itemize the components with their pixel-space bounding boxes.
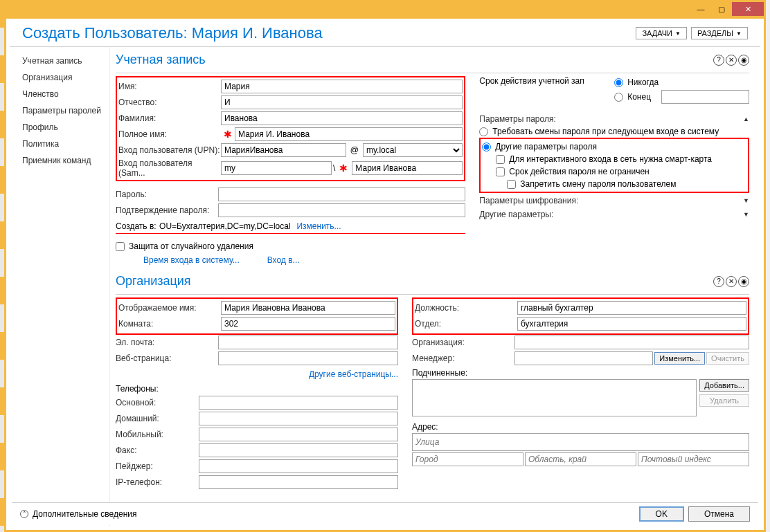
help-icon[interactable]: ? [713, 55, 724, 66]
maximize-button[interactable]: ▢ [711, 2, 732, 16]
expiry-never-radio[interactable] [614, 78, 623, 87]
sidebar-item-cmd[interactable]: Приемник команд [10, 152, 109, 169]
close-button[interactable]: ✕ [732, 2, 764, 16]
organization-field[interactable] [514, 336, 749, 349]
city-field[interactable] [412, 452, 523, 466]
dialog-header: Создать Пользователь: Мария И. Иванова З… [10, 19, 760, 47]
account-title: Учетная запись [116, 53, 206, 67]
password-field[interactable] [218, 187, 465, 201]
department-field[interactable] [517, 317, 746, 331]
titlebar: — ▢ ✕ [6, 2, 764, 19]
phone-main-field[interactable] [199, 396, 398, 410]
account-columns: Имя: Отчество: Фамилия: Полное имя:✱ Вхо… [116, 76, 749, 268]
main-window: — ▢ ✕ Создать Пользователь: Мария И. Ива… [4, 0, 766, 532]
middle-name-field[interactable] [221, 95, 463, 109]
backslash: \ [333, 163, 335, 173]
dialog-footer: ˄ Дополнительные сведения OK Отмена [12, 502, 758, 524]
expand-down-icon[interactable]: ▼ [743, 197, 749, 204]
protect-delete-checkbox[interactable] [116, 242, 125, 251]
name-fields-highlight: Имя: Отчество: Фамилия: Полное имя:✱ Вхо… [116, 76, 465, 181]
more-info-toggle[interactable]: ˄ Дополнительные сведения [20, 509, 136, 519]
minimize-button[interactable]: — [690, 2, 711, 16]
remove-report-button[interactable]: Удалить [699, 394, 749, 407]
zip-field[interactable] [638, 452, 749, 466]
chevron-down-icon: ▼ [736, 30, 742, 37]
close-section-icon[interactable]: ✕ [726, 55, 737, 66]
display-room-highlight: Отображаемое имя: Комната: [116, 297, 398, 335]
org-left: Отображаемое имя: Комната: Эл. почта: Ве… [116, 297, 398, 490]
sidebar-item-profile[interactable]: Профиль [10, 119, 109, 136]
other-params-radio[interactable] [482, 143, 491, 152]
chevron-up-icon: ˄ [20, 510, 28, 518]
collapse-icon[interactable]: ◉ [738, 55, 749, 66]
ok-button[interactable]: OK [639, 506, 684, 522]
job-title-field[interactable] [517, 301, 746, 315]
org-right: Должность: Отдел: Организация: Менеджер:… [412, 297, 749, 490]
cancel-button[interactable]: Отмена [688, 506, 750, 522]
collapse-up-icon[interactable]: ▲ [743, 116, 749, 122]
last-name-field[interactable] [221, 111, 463, 125]
other-web-link[interactable]: Другие веб-страницы... [309, 369, 398, 379]
phone-fax-field[interactable] [199, 443, 398, 457]
sam-domain-field[interactable] [221, 161, 332, 175]
logon-hours-link[interactable]: Время входа в систему... [143, 255, 240, 265]
required-icon: ✱ [339, 163, 348, 174]
room-field[interactable] [221, 317, 395, 331]
expiry-date-field[interactable] [661, 90, 749, 104]
add-report-button[interactable]: Добавить... [699, 379, 749, 392]
clear-manager-button[interactable]: Очистить [706, 352, 749, 365]
expiry-end-radio[interactable] [614, 93, 623, 102]
phone-mobile-field[interactable] [199, 428, 398, 441]
phone-home-field[interactable] [199, 412, 398, 425]
logon-to-link[interactable]: Вход в... [267, 255, 300, 265]
collapse-icon[interactable]: ◉ [738, 276, 749, 287]
chevron-down-icon: ▼ [675, 30, 681, 37]
webpage-field[interactable] [218, 351, 398, 365]
sidebar-item-pwd[interactable]: Параметры паролей [10, 102, 109, 119]
password-options-highlight: Другие параметры пароля Для интерактивно… [479, 138, 749, 193]
sidebar-item-org[interactable]: Организация [10, 69, 109, 86]
window-content: Создать Пользователь: Мария И. Иванова З… [10, 19, 760, 526]
email-field[interactable] [218, 336, 398, 349]
sidebar-item-policy[interactable]: Политика [10, 136, 109, 152]
help-icon[interactable]: ? [713, 276, 724, 287]
street-field[interactable] [412, 433, 749, 451]
manager-field[interactable] [514, 351, 653, 365]
sam-user-field[interactable] [352, 161, 463, 175]
body: Учетная запись Организация Членство Пара… [10, 47, 760, 526]
org-title: Организация [116, 274, 191, 288]
account-section-header: Учетная запись ? ✕ ◉ [116, 47, 749, 70]
sidebar: Учетная запись Организация Членство Пара… [10, 47, 110, 526]
change-manager-button[interactable]: Изменить... [654, 352, 705, 365]
org-section-header: Организация ? ✕ ◉ [116, 268, 749, 291]
expand-down-icon[interactable]: ▼ [743, 211, 749, 218]
upn-field[interactable] [221, 143, 346, 157]
upn-domain-select[interactable]: my.local [363, 143, 463, 157]
sections-dropdown[interactable]: РАЗДЕЛЫ▼ [691, 27, 748, 39]
create-in-path: OU=Бухгалтерия,DC=my,DC=local [159, 221, 290, 231]
change-ou-link[interactable]: Изменить... [296, 221, 341, 231]
account-left: Имя: Отчество: Фамилия: Полное имя:✱ Вхо… [116, 76, 465, 268]
display-name-field[interactable] [221, 301, 395, 315]
title-dept-highlight: Должность: Отдел: [412, 297, 749, 335]
required-icon: ✱ [224, 129, 232, 140]
confirm-password-field[interactable] [218, 203, 465, 217]
at-sign: @ [348, 145, 361, 155]
first-name-field[interactable] [221, 80, 463, 93]
no-expire-checkbox[interactable] [496, 167, 505, 176]
account-right: Срок действия учетной зап Никогда Конец … [479, 76, 749, 268]
phone-ip-field[interactable] [199, 475, 398, 489]
header-buttons: ЗАДАЧИ▼ РАЗДЕЛЫ▼ [636, 27, 748, 39]
no-change-checkbox[interactable] [507, 180, 516, 189]
sidebar-item-membership[interactable]: Членство [10, 86, 109, 102]
page-title: Создать Пользователь: Мария И. Иванова [22, 24, 323, 42]
sidebar-item-account[interactable]: Учетная запись [10, 53, 109, 69]
reports-listbox[interactable] [412, 379, 697, 416]
region-field[interactable] [525, 452, 636, 466]
close-section-icon[interactable]: ✕ [726, 276, 737, 287]
full-name-field[interactable] [235, 127, 463, 141]
tasks-dropdown[interactable]: ЗАДАЧИ▼ [636, 27, 686, 39]
require-change-radio[interactable] [479, 127, 488, 136]
smartcard-checkbox[interactable] [496, 155, 505, 164]
phone-pager-field[interactable] [199, 459, 398, 473]
